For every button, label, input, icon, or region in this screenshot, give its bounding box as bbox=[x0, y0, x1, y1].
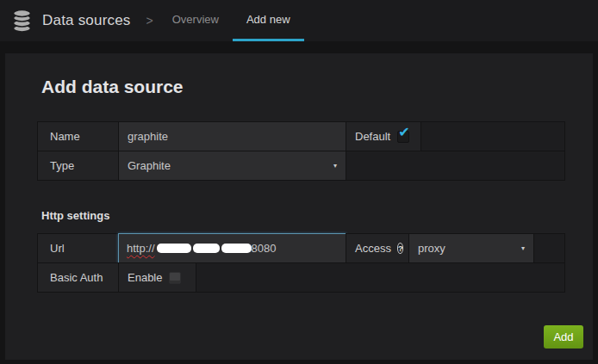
row-filler bbox=[346, 151, 565, 181]
page-title: Add data source bbox=[41, 77, 593, 97]
datasource-basic-form: Name Default ✔ Type Graphite ▾ bbox=[37, 121, 565, 181]
row-filler bbox=[533, 233, 565, 263]
add-button[interactable]: Add bbox=[544, 325, 583, 349]
tab-add-new[interactable]: Add new bbox=[233, 0, 304, 41]
basic-auth-label: Basic Auth bbox=[37, 262, 119, 293]
name-input-cell bbox=[118, 121, 346, 151]
url-row: Url http://8080 Access ? proxy ▾ bbox=[37, 233, 565, 263]
default-cell: Default ✔ bbox=[346, 121, 421, 151]
type-row: Type Graphite ▾ bbox=[37, 151, 565, 181]
http-settings-form: Url http://8080 Access ? proxy ▾ Basic A… bbox=[37, 233, 565, 293]
url-suffix-text: 8080 bbox=[252, 242, 277, 255]
enable-label: Enable bbox=[128, 271, 162, 284]
name-input[interactable] bbox=[119, 122, 346, 151]
tab-overview[interactable]: Overview bbox=[159, 0, 233, 41]
chevron-down-icon: ▾ bbox=[333, 162, 337, 170]
basic-auth-checkbox[interactable] bbox=[169, 272, 181, 284]
type-select-value: Graphite bbox=[128, 159, 171, 172]
help-icon[interactable]: ? bbox=[397, 243, 404, 254]
breadcrumb-separator: > bbox=[141, 0, 159, 41]
redacted-url-segment bbox=[221, 244, 252, 253]
access-select-value: proxy bbox=[418, 242, 445, 255]
type-label: Type bbox=[37, 151, 119, 181]
chevron-down-icon: ▾ bbox=[521, 244, 525, 252]
breadcrumb-title[interactable]: Data sources bbox=[42, 0, 141, 41]
type-select[interactable]: Graphite ▾ bbox=[118, 151, 346, 181]
basic-auth-enable-cell: Enable bbox=[118, 262, 196, 293]
breadcrumb: Overview Add new bbox=[159, 0, 304, 41]
access-cell: Access ? bbox=[346, 233, 409, 263]
access-select[interactable]: proxy ▾ bbox=[408, 233, 534, 263]
row-filler bbox=[420, 121, 565, 151]
app-logo[interactable] bbox=[0, 0, 42, 41]
default-checkbox[interactable]: ✔ bbox=[397, 131, 409, 143]
access-label: Access bbox=[355, 242, 391, 255]
basic-auth-row: Basic Auth Enable bbox=[37, 262, 565, 293]
name-label: Name bbox=[37, 121, 119, 151]
http-settings-heading: Http settings bbox=[41, 209, 593, 222]
check-icon: ✔ bbox=[398, 126, 409, 139]
url-label: Url bbox=[37, 233, 119, 263]
default-label: Default bbox=[355, 130, 390, 143]
redacted-url-segment bbox=[193, 244, 220, 253]
top-header-bar: Data sources > Overview Add new bbox=[0, 0, 598, 41]
name-row: Name Default ✔ bbox=[37, 121, 565, 151]
redacted-url-segment bbox=[157, 244, 191, 253]
add-data-source-panel: Add data source Name Default ✔ Type Grap… bbox=[5, 53, 593, 360]
row-filler bbox=[196, 262, 565, 293]
database-icon bbox=[12, 9, 32, 33]
url-input[interactable]: http://8080 bbox=[118, 233, 346, 263]
url-prefix-text: http:// bbox=[127, 242, 155, 255]
